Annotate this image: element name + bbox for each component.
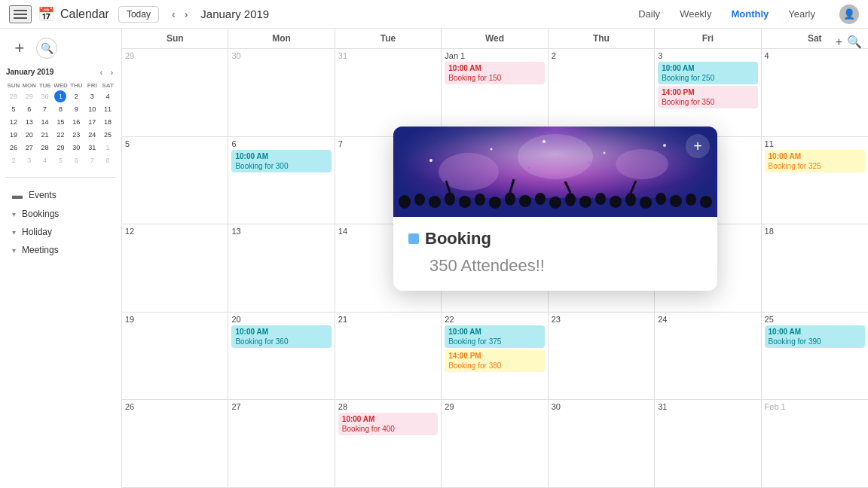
calendar-add-button[interactable]: + bbox=[836, 35, 842, 49]
calendar-cell[interactable]: 2 bbox=[549, 49, 655, 137]
mini-cal-cell[interactable]: 2 bbox=[8, 154, 20, 166]
calendar-cell[interactable]: 23 bbox=[549, 313, 655, 401]
calendar-search-button[interactable]: 🔍 bbox=[847, 35, 862, 49]
mini-cal-cell[interactable]: 25 bbox=[102, 129, 114, 141]
event-chip[interactable]: 14:00 PMBooking for 350 bbox=[658, 86, 757, 108]
calendar-cell[interactable]: 24 bbox=[655, 313, 761, 401]
mini-cal-cell[interactable]: 4 bbox=[102, 90, 114, 102]
calendar-cell[interactable]: 30 bbox=[549, 400, 655, 488]
mini-cal-cell[interactable]: 3 bbox=[23, 154, 35, 166]
calendar-cell[interactable]: 5 bbox=[122, 137, 228, 225]
event-chip[interactable]: 10:00 AMBooking for 390 bbox=[765, 325, 865, 348]
mini-cal-cell[interactable]: 16 bbox=[70, 116, 82, 128]
calendar-cell[interactable]: 2010:00 AMBooking for 360 bbox=[228, 313, 335, 401]
nav-prev-button[interactable]: ‹ bbox=[168, 7, 179, 22]
calendar-cell[interactable]: 19 bbox=[122, 313, 228, 401]
calendar-cell[interactable]: 2210:00 AMBooking for 37514:00 PMBooking… bbox=[442, 313, 548, 401]
sidebar-item-meetings[interactable]: ▾ Meetings bbox=[9, 241, 112, 259]
calendar-cell[interactable]: 29 bbox=[122, 49, 228, 137]
mini-cal-cell[interactable]: 6 bbox=[23, 103, 35, 115]
mini-cal-cell[interactable]: 4 bbox=[39, 154, 51, 166]
today-button[interactable]: Today bbox=[118, 6, 159, 23]
mini-cal-cell[interactable]: 2 bbox=[70, 90, 82, 102]
calendar-cell[interactable]: 29 bbox=[442, 400, 548, 488]
event-chip[interactable]: 14:00 PMBooking for 380 bbox=[445, 349, 544, 372]
avatar[interactable]: 👤 bbox=[839, 5, 859, 24]
mini-cal-cell[interactable]: 8 bbox=[54, 103, 66, 115]
sidebar-search-button[interactable]: 🔍 bbox=[36, 38, 57, 59]
calendar-cell[interactable]: 26 bbox=[122, 400, 228, 488]
tab-yearly[interactable]: Yearly bbox=[779, 5, 824, 23]
mini-cal-cell[interactable]: 19 bbox=[8, 129, 20, 141]
calendar-cell[interactable]: 31 bbox=[335, 49, 442, 137]
calendar-cell[interactable]: 1110:00 AMBooking for 325 bbox=[762, 137, 868, 225]
mini-cal-cell[interactable]: 27 bbox=[23, 142, 35, 154]
mini-cal-cell[interactable]: 1 bbox=[102, 142, 114, 154]
mini-cal-cell[interactable]: 7 bbox=[86, 154, 98, 166]
mini-cal-prev[interactable]: ‹ bbox=[98, 68, 105, 78]
calendar-cell[interactable]: 4 bbox=[762, 49, 868, 137]
mini-cal-cell[interactable]: 29 bbox=[23, 90, 35, 102]
event-popup[interactable]: + Booking 350 Attendees!! bbox=[393, 127, 717, 291]
mini-cal-cell[interactable]: 3 bbox=[86, 90, 98, 102]
mini-cal-cell[interactable]: 10 bbox=[86, 103, 98, 115]
calendar-cell[interactable]: Jan 110:00 AMBooking for 150 bbox=[442, 49, 548, 137]
event-chip[interactable]: 10:00 AMBooking for 150 bbox=[445, 62, 544, 84]
mini-cal-cell[interactable]: 28 bbox=[8, 90, 20, 102]
mini-cal-cell[interactable]: 30 bbox=[39, 90, 51, 102]
mini-cal-cell[interactable]: 17 bbox=[86, 116, 98, 128]
mini-cal-cell[interactable]: 5 bbox=[54, 154, 66, 166]
sidebar-item-holiday[interactable]: ▾ Holiday bbox=[9, 223, 112, 241]
event-chip[interactable]: 10:00 AMBooking for 400 bbox=[338, 413, 438, 435]
calendar-cell[interactable]: Feb 1 bbox=[762, 400, 868, 488]
calendar-cell[interactable]: 31 bbox=[655, 400, 761, 488]
mini-cal-cell[interactable]: 8 bbox=[102, 154, 114, 166]
mini-cal-cell[interactable]: 13 bbox=[23, 116, 35, 128]
mini-cal-cell[interactable]: 22 bbox=[54, 129, 66, 141]
mini-cal-cell[interactable]: 9 bbox=[70, 103, 82, 115]
calendar-cell[interactable]: 30 bbox=[228, 49, 335, 137]
mini-cal-cell[interactable]: 30 bbox=[70, 142, 82, 154]
mini-cal-cell[interactable]: 29 bbox=[54, 142, 66, 154]
mini-cal-next[interactable]: › bbox=[108, 68, 115, 78]
tab-weekly[interactable]: Weekly bbox=[671, 5, 720, 23]
calendar-cell[interactable]: 12 bbox=[122, 224, 228, 313]
calendar-cell[interactable]: 18 bbox=[762, 224, 868, 313]
sidebar-item-events[interactable]: ▬ Events bbox=[9, 185, 112, 205]
mini-cal-cell[interactable]: 21 bbox=[39, 129, 51, 141]
calendar-cell[interactable]: 21 bbox=[335, 313, 442, 401]
calendar-cell[interactable]: 13 bbox=[228, 224, 335, 313]
calendar-cell[interactable]: 610:00 AMBooking for 300 bbox=[228, 137, 335, 225]
event-chip[interactable]: 10:00 AMBooking for 360 bbox=[231, 325, 331, 348]
event-chip[interactable]: 10:00 AMBooking for 375 bbox=[445, 325, 544, 348]
mini-cal-cell[interactable]: 18 bbox=[102, 116, 114, 128]
tab-monthly[interactable]: Monthly bbox=[723, 5, 778, 23]
event-chip[interactable]: 10:00 AMBooking for 250 bbox=[658, 62, 757, 84]
popup-add-button[interactable]: + bbox=[686, 134, 710, 158]
mini-cal-cell[interactable]: 1 bbox=[54, 90, 66, 102]
calendar-cell[interactable]: 310:00 AMBooking for 25014:00 PMBooking … bbox=[655, 49, 761, 137]
calendar-cell[interactable]: 2810:00 AMBooking for 400 bbox=[335, 400, 442, 488]
mini-cal-cell[interactable]: 7 bbox=[39, 103, 51, 115]
calendar-cell[interactable]: 2510:00 AMBooking for 390 bbox=[762, 313, 868, 401]
tab-daily[interactable]: Daily bbox=[629, 5, 669, 23]
mini-cal-cell[interactable]: 15 bbox=[54, 116, 66, 128]
mini-cal-cell[interactable]: 14 bbox=[39, 116, 51, 128]
mini-cal-cell[interactable]: 5 bbox=[8, 103, 20, 115]
mini-cal-cell[interactable]: 23 bbox=[70, 129, 82, 141]
mini-cal-cell[interactable]: 11 bbox=[102, 103, 114, 115]
nav-next-button[interactable]: › bbox=[181, 7, 192, 22]
event-chip[interactable]: 10:00 AMBooking for 325 bbox=[765, 150, 865, 172]
mini-cal-cell[interactable]: 20 bbox=[23, 129, 35, 141]
mini-cal-cell[interactable]: 28 bbox=[39, 142, 51, 154]
mini-cal-cell[interactable]: 6 bbox=[70, 154, 82, 166]
event-chip[interactable]: 10:00 AMBooking for 300 bbox=[231, 150, 331, 172]
calendar-cell[interactable]: 27 bbox=[228, 400, 335, 488]
sidebar-add-button[interactable]: + bbox=[9, 38, 30, 59]
mini-cal-cell[interactable]: 26 bbox=[8, 142, 20, 154]
hamburger-menu[interactable] bbox=[9, 5, 32, 23]
sidebar-item-bookings[interactable]: ▾ Bookings bbox=[9, 205, 112, 223]
mini-cal-cell[interactable]: 12 bbox=[8, 116, 20, 128]
mini-cal-cell[interactable]: 31 bbox=[86, 142, 98, 154]
mini-cal-cell[interactable]: 24 bbox=[86, 129, 98, 141]
